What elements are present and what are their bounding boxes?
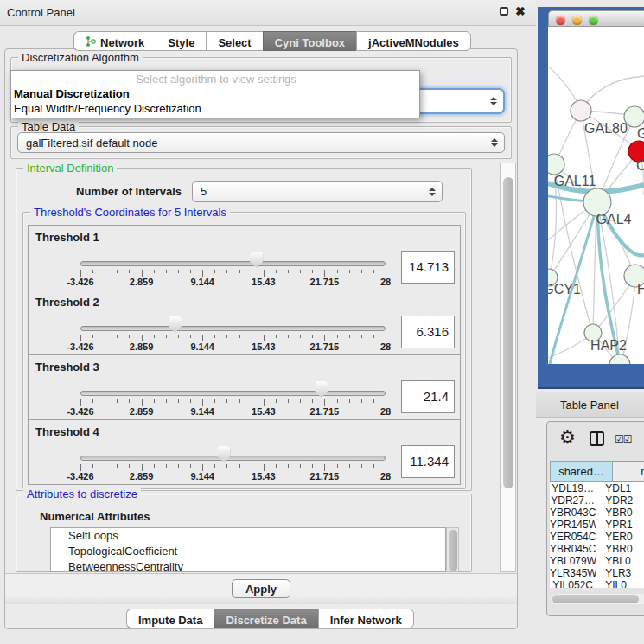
apply-button[interactable]: Apply <box>232 579 290 598</box>
tick-mark <box>117 464 118 468</box>
tick-mark <box>361 335 362 338</box>
tab-select[interactable]: Select <box>206 31 262 51</box>
node-label: C <box>636 158 644 173</box>
tab-network[interactable]: Network <box>73 31 156 51</box>
zoom-traffic-light[interactable] <box>589 16 598 25</box>
table-row[interactable]: YDR27…YDR2 <box>550 494 644 507</box>
tick-mark <box>226 399 227 403</box>
minimize-traffic-light[interactable] <box>572 16 582 25</box>
attributes-scrollbar-track[interactable] <box>446 527 459 572</box>
tick-mark <box>373 270 374 273</box>
checkbox-columns-icon[interactable]: ☑☑ <box>615 433 632 445</box>
slider-track[interactable] <box>80 391 386 396</box>
dropdown-option[interactable]: Equal Width/Frequency Discretization <box>13 102 419 117</box>
tick-mark <box>300 335 301 338</box>
tab-cyni-toolbox[interactable]: Cyni Toolbox <box>263 31 356 51</box>
tick-mark <box>178 464 179 468</box>
table-hscrollbar-thumb[interactable] <box>552 595 639 603</box>
tick-mark <box>276 464 277 468</box>
slider-track[interactable] <box>80 326 386 331</box>
attributes-scrollbar-thumb[interactable] <box>449 530 457 571</box>
threshold-value-field[interactable]: 11.344 <box>401 445 455 478</box>
tick-mark <box>166 335 167 338</box>
tick-mark <box>190 464 191 468</box>
network-node[interactable] <box>571 100 591 121</box>
tick-mark <box>324 464 325 471</box>
list-item[interactable]: BetweennessCentrality <box>51 559 445 572</box>
tick-mark <box>202 399 203 406</box>
tick-mark <box>202 335 203 341</box>
table-data-combobox[interactable]: galFiltered.sif default node <box>17 132 505 153</box>
tick-mark <box>239 270 240 273</box>
table-cell: YDR27… <box>550 494 596 507</box>
numerical-attributes-list[interactable]: SelfLoopsTopologicalCoefficientBetweenne… <box>50 527 446 572</box>
slider-tick-labels: -3.4262.8599.14415.4321.71528 <box>80 406 386 418</box>
dropdown-option[interactable]: Manual Discretization <box>13 87 419 102</box>
gear-icon[interactable]: ⚙ <box>559 427 576 448</box>
tick-mark <box>154 464 155 468</box>
threshold-value-field[interactable]: 21.4 <box>401 380 455 413</box>
table-row[interactable]: YBR043CYBR0 <box>550 507 644 519</box>
tab-style[interactable]: Style <box>156 31 206 51</box>
table-row[interactable]: YBR045CYBR0 <box>550 543 644 555</box>
network-graph[interactable]: GAL80GACGAL11GAL4GCY1HHAP2 <box>548 27 644 364</box>
threshold-label: Threshold 4 <box>35 425 99 438</box>
control-panel-titlebar: Control Panel ✖ <box>0 0 536 26</box>
table-cell: YIL052C <box>550 579 596 588</box>
tick-mark <box>300 464 301 468</box>
list-item[interactable]: SelfLoops <box>51 528 445 544</box>
network-edge[interactable] <box>586 76 644 103</box>
tick-mark <box>300 270 301 273</box>
network-node[interactable] <box>548 154 564 175</box>
table-hscrollbar-track[interactable] <box>551 594 644 604</box>
main-scrollbar-thumb[interactable] <box>503 177 513 488</box>
column-header-name[interactable]: na <box>613 461 644 482</box>
column-header-shared-name[interactable]: shared… <box>550 461 613 482</box>
tick-label: 9.144 <box>190 341 214 352</box>
main-scrollbar-track[interactable] <box>500 163 516 572</box>
slider-track[interactable] <box>80 456 386 461</box>
tab-infer-network[interactable]: Infer Network <box>318 609 414 628</box>
table-row[interactable]: YBL079WYBL0 <box>550 555 644 567</box>
threshold-value-field[interactable]: 6.316 <box>401 316 455 348</box>
threshold-value-field[interactable]: 14.713 <box>401 251 455 284</box>
list-item[interactable]: TopologicalCoefficient <box>51 544 445 559</box>
tab-impute-data[interactable]: Impute Data <box>126 609 214 628</box>
table-row[interactable]: YPR145WYPR1 <box>550 519 644 531</box>
top-tab-bar: NetworkStyleSelectCyni ToolboxjActiveMNo… <box>73 31 471 51</box>
table-row[interactable]: YER054CYER0 <box>550 531 644 543</box>
attributes-group-title: Attributes to discretize <box>23 488 141 501</box>
tick-mark <box>373 464 374 468</box>
table-cell: YBL0 <box>596 555 644 567</box>
tick-mark <box>190 335 191 338</box>
slider-track[interactable] <box>80 261 386 266</box>
tab-discretize-data[interactable]: Discretize Data <box>214 609 317 628</box>
tab-jactivemnodules[interactable]: jActiveMNodules <box>356 31 471 51</box>
tab-label: Infer Network <box>330 614 402 627</box>
network-canvas[interactable]: GAL80GACGAL11GAL4GCY1HHAP2 <box>548 27 644 364</box>
tick-mark <box>288 464 289 468</box>
tick-mark <box>312 464 313 468</box>
tick-mark <box>166 399 167 403</box>
tick-mark <box>142 464 143 471</box>
node-label: HAP2 <box>590 338 627 353</box>
threshold-label: Threshold 2 <box>35 296 99 309</box>
tab-label: Discretize Data <box>226 614 306 627</box>
close-icon[interactable]: ✖ <box>515 6 526 16</box>
number-of-intervals-combobox[interactable]: 5 <box>192 181 443 202</box>
float-window-icon[interactable] <box>500 7 508 16</box>
threshold-label: Threshold 1 <box>35 231 99 244</box>
network-edge[interactable] <box>595 277 634 332</box>
tick-label: -3.426 <box>67 471 93 481</box>
table-row[interactable]: YIL052CYIL0 <box>550 579 644 588</box>
split-columns-icon[interactable] <box>590 431 604 446</box>
table-panel-title: Table Panel <box>560 399 619 411</box>
tick-mark <box>349 399 350 403</box>
table-row[interactable]: YDL19…YDL1 <box>550 482 644 494</box>
tick-mark <box>386 270 386 277</box>
tick-mark <box>142 270 143 277</box>
tick-label: 28 <box>380 341 391 352</box>
network-node[interactable] <box>609 354 630 364</box>
table-row[interactable]: YLR345WYLR3 <box>550 567 644 579</box>
close-traffic-light[interactable] <box>556 16 565 25</box>
